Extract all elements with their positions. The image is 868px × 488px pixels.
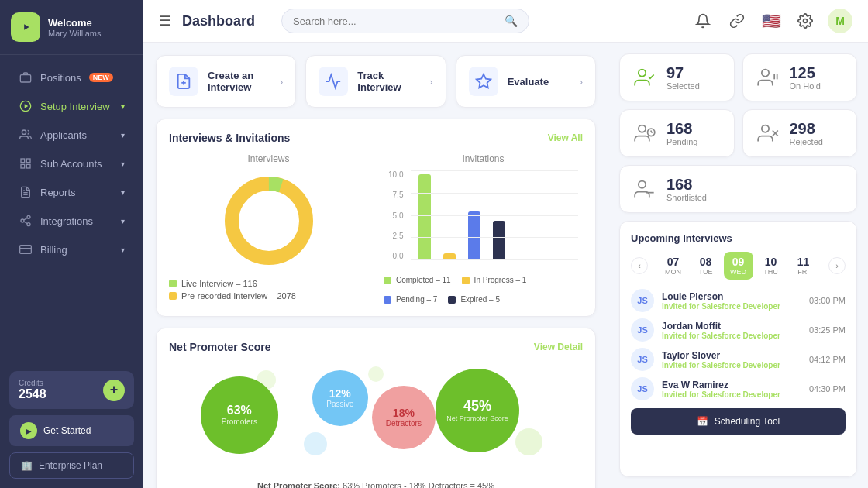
svg-point-30 — [639, 125, 646, 132]
svg-point-14 — [27, 223, 30, 226]
nps-bubble: 45% Net Promoter Score — [436, 369, 519, 452]
cal-day-07[interactable]: 07 Mon — [659, 252, 688, 280]
deco-bubble-4 — [368, 366, 384, 382]
nps-label: Net Promoter Score — [440, 414, 515, 423]
avatar-3: JS — [631, 377, 654, 400]
view-detail-button[interactable]: View Detail — [534, 342, 583, 352]
interviewee-name-0: Louie Pierson — [662, 291, 801, 302]
sidebar: Welcome Mary Williams Positions NEW Setu… — [0, 0, 143, 488]
reports-chevron-icon: ▾ — [121, 188, 125, 197]
scheduling-tool-button[interactable]: 📅 Scheduling Tool — [631, 408, 846, 435]
day-name-10: Thu — [763, 268, 778, 276]
interview-time-3: 04:30 PM — [809, 384, 846, 393]
day-name-09: Wed — [730, 268, 746, 276]
sidebar-item-sub-accounts[interactable]: Sub Accounts ▾ — [6, 149, 137, 177]
evaluate-card[interactable]: Evaluate › — [456, 55, 596, 108]
prerecorded-legend-label: Pre-recorded Interview – 2078 — [181, 291, 296, 301]
inv-expired-legend: Expired – 5 — [448, 295, 500, 304]
integrations-icon — [19, 214, 33, 228]
detractors-pct: 18% — [393, 407, 415, 419]
sidebar-item-integrations-label: Integrations — [40, 215, 93, 227]
donut-chart-col: Interviews — [169, 153, 368, 304]
sidebar-username: Welcome — [48, 17, 101, 29]
cal-next-button[interactable]: › — [828, 257, 846, 274]
rejected-info: 298 Rejected — [790, 120, 823, 146]
reports-icon — [19, 185, 33, 199]
nps-bubbles-container: 63% Promoters 12% Passive 18% Detractors — [177, 363, 575, 475]
inv-inprogress-legend: In Progress – 1 — [462, 276, 527, 284]
sidebar-item-reports[interactable]: Reports ▾ — [6, 178, 137, 206]
promoters-label: Promoters — [222, 418, 257, 427]
enterprise-plan-button[interactable]: 🏢 Enterprise Plan — [9, 452, 134, 479]
prerecorded-color-dot — [169, 292, 177, 300]
credits-amount: 2548 — [19, 387, 46, 401]
bar-completed — [418, 174, 431, 259]
evaluate-icon — [469, 67, 498, 96]
bar-group-inprogress — [443, 253, 456, 259]
nps-pct: 45% — [463, 398, 491, 414]
pending-stat-info: 168 Pending — [666, 120, 698, 146]
search-input[interactable] — [293, 15, 500, 27]
setup-interview-icon — [19, 99, 33, 113]
nps-formula: Net Promoter Score: 63% Promoters - 18% … — [169, 481, 583, 488]
credits-box: Credits 2548 + — [9, 371, 134, 409]
stat-card-rejected: 298 Rejected — [742, 109, 858, 157]
role-prefix-0: Invited for — [662, 302, 701, 311]
cal-day-10[interactable]: 10 Thu — [756, 252, 786, 280]
on-hold-value: 125 — [790, 64, 821, 81]
inprogress-legend-label: In Progress – 1 — [474, 276, 527, 284]
right-panel: 97 Selected 125 On Hold — [608, 43, 868, 488]
bar-expired — [493, 221, 505, 259]
get-started-button[interactable]: ▶ Get Started — [9, 415, 134, 446]
svg-rect-7 — [26, 159, 30, 163]
on-hold-label: On Hold — [790, 81, 821, 91]
settings-icon[interactable] — [794, 9, 817, 33]
cal-day-08[interactable]: 08 Tue — [691, 252, 721, 280]
link-icon[interactable] — [725, 9, 749, 33]
create-interview-label: Create an Interview — [208, 70, 270, 93]
deco-bubble-3 — [304, 432, 327, 455]
interview-time-2: 04:12 PM — [809, 355, 846, 364]
nps-title: Net Promoter Score — [169, 341, 270, 353]
legend-prerecorded: Pre-recorded Interview – 2078 — [169, 291, 368, 301]
pending-stat-icon — [631, 119, 659, 147]
sidebar-footer: Credits 2548 + ▶ Get Started 🏢 Enterpris… — [0, 362, 143, 488]
sidebar-item-integrations[interactable]: Integrations ▾ — [6, 207, 137, 235]
y-label-00: 0.0 — [388, 252, 403, 260]
interviewee-name-1: Jordan Moffit — [662, 321, 801, 332]
language-flag-icon[interactable]: 🇺🇸 — [760, 9, 783, 33]
user-avatar[interactable]: M — [828, 9, 852, 33]
cal-day-11[interactable]: 11 Fri — [789, 252, 818, 280]
sidebar-item-setup-interview[interactable]: Setup Interview ▾ — [6, 92, 137, 120]
enterprise-label: Enterprise Plan — [39, 460, 102, 471]
interviews-title: Interviews & Invitations — [169, 132, 290, 144]
create-interview-card[interactable]: Create an Interview › — [156, 55, 296, 108]
track-interview-card[interactable]: Track Interview › — [305, 55, 446, 108]
nps-section: Net Promoter Score View Detail 63% Promo… — [156, 328, 596, 488]
svg-rect-17 — [20, 246, 32, 254]
on-hold-info: 125 On Hold — [790, 64, 821, 91]
interviewee-info-1: Jordan Moffit Invited for Salesforce Dev… — [662, 321, 801, 340]
cal-prev-button[interactable]: ‹ — [631, 257, 648, 274]
role-value-1: Salesforce Developer — [701, 332, 780, 340]
day-num-07: 07 — [667, 256, 680, 268]
avatar-2: JS — [631, 348, 654, 371]
donut-chart-wrapper — [169, 170, 368, 271]
sidebar-item-billing[interactable]: Billing ▾ — [6, 235, 137, 263]
cal-day-09[interactable]: 09 Wed — [724, 252, 753, 280]
menu-icon[interactable]: ☰ — [159, 12, 171, 29]
interviewee-role-1: Invited for Salesforce Developer — [662, 332, 801, 340]
add-credits-button[interactable]: + — [103, 380, 125, 401]
view-all-button[interactable]: View All — [548, 132, 583, 143]
sidebar-item-positions[interactable]: Positions NEW — [6, 64, 137, 91]
charts-row: Interviews — [169, 153, 583, 304]
y-label-25: 2.5 — [388, 232, 403, 240]
day-num-10: 10 — [765, 256, 777, 268]
bar-chart-col: Invitations 10.0 7.5 5.0 2.5 0.0 — [384, 153, 583, 304]
interviewee-info-3: Eva W Ramirez Invited for Salesforce Dev… — [662, 380, 801, 399]
sidebar-email: Mary Williams — [48, 29, 101, 38]
sidebar-item-applicants[interactable]: Applicants ▾ — [6, 121, 137, 149]
svg-line-15 — [24, 222, 28, 224]
notifications-icon[interactable] — [691, 9, 715, 33]
completed-dot — [384, 277, 391, 284]
